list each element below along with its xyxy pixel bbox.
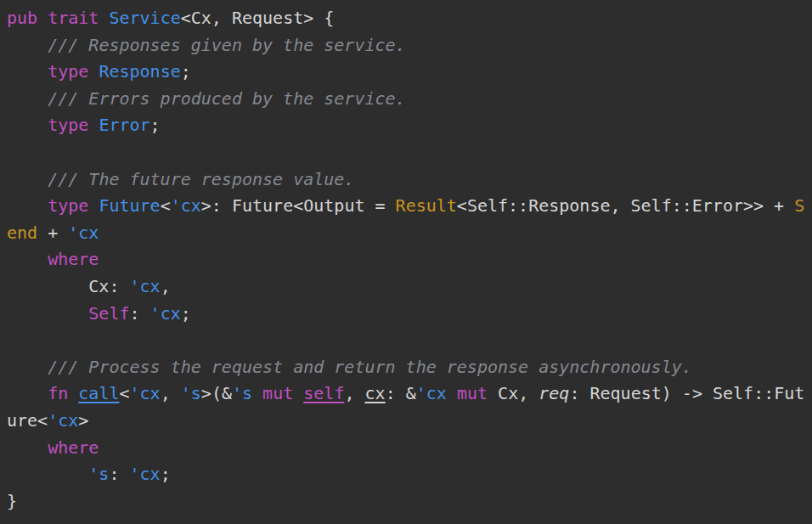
code-token: where: [48, 249, 99, 269]
code-token: ,: [161, 383, 181, 403]
code-token: }: [7, 491, 17, 511]
code-token: [7, 195, 48, 216]
code-token: Result: [396, 195, 457, 216]
code-token: >(&: [201, 383, 232, 403]
code-token: self: [303, 383, 344, 403]
code-token: 's: [88, 464, 109, 484]
code-token: type: [48, 195, 88, 216]
code-line: where: [7, 435, 812, 462]
code-token: Response: [99, 61, 180, 82]
code-token: 'cx: [416, 383, 447, 403]
code-token: [88, 61, 99, 82]
code-token: Self: [88, 303, 129, 324]
code-token: [252, 383, 262, 403]
code-line: Self: 'cx;: [7, 301, 812, 328]
code-line: }: [7, 488, 812, 516]
code-token: /// Process the request and return the r…: [48, 357, 692, 377]
code-token: >: Future<Output =: [201, 195, 396, 216]
code-token: mut: [457, 383, 488, 403]
code-line: ure<'cx>: [7, 408, 812, 435]
code-line: [7, 327, 812, 354]
code-token: /// The future response value.: [48, 169, 354, 189]
code-token: [7, 35, 48, 55]
code-token: /// Responses given by the service.: [48, 35, 405, 55]
code-token: 'cx: [150, 303, 181, 324]
code-token: end: [7, 223, 37, 243]
code-token: type: [48, 61, 88, 82]
code-line: pub trait Service<Cx, Request> {: [7, 5, 812, 32]
code-token: <: [161, 195, 171, 216]
code-token: type: [48, 115, 88, 135]
code-token: [88, 115, 99, 135]
code-token: <: [119, 383, 129, 403]
code-line: where: [7, 246, 812, 273]
code-token: 'cx: [68, 223, 99, 243]
code-token: Service: [109, 8, 180, 28]
code-token: 'cx: [130, 464, 161, 484]
code-token: ;: [181, 303, 191, 324]
code-line: /// Responses given by the service.: [7, 32, 812, 59]
code-token: [37, 8, 48, 28]
code-token: pub: [7, 8, 37, 28]
code-token: 'cx: [171, 195, 201, 216]
code-token: [7, 249, 48, 269]
code-token: Future: [99, 195, 160, 216]
code-token: ;: [181, 61, 191, 82]
code-token: 's: [232, 383, 252, 403]
code-line: type Future<'cx>: Future<Output = Result…: [7, 193, 812, 220]
code-token: [7, 357, 48, 377]
code-token: :: [130, 303, 150, 324]
code-line: /// Errors produced by the service.: [7, 86, 812, 113]
code-token: 'cx: [48, 410, 78, 431]
code-token: req: [539, 383, 569, 403]
code-token: S: [794, 195, 804, 216]
code-token: Error: [99, 115, 149, 135]
code-token: 's: [181, 383, 201, 403]
code-token: [7, 437, 48, 458]
code-token: : &: [386, 383, 416, 403]
code-token: mut: [262, 383, 293, 403]
code-line: end + 'cx: [7, 220, 812, 247]
code-token: ,: [161, 276, 171, 296]
code-line: type Error;: [7, 112, 812, 139]
code-token: >: [78, 410, 88, 431]
code-token: [7, 61, 48, 82]
code-token: [99, 8, 109, 28]
code-token: call: [78, 383, 119, 403]
code-token: Cx,: [488, 383, 539, 403]
code-token: [447, 383, 457, 403]
code-screenshot: { "editor": { "language": "rust", "palet…: [0, 0, 812, 524]
code-token: [293, 383, 303, 403]
code-line: /// Process the request and return the r…: [7, 354, 812, 381]
code-token: :: [109, 464, 129, 484]
code-token: ,: [344, 383, 364, 403]
code-token: 'cx: [130, 276, 161, 296]
code-token: cx: [365, 383, 386, 403]
code-token: fn: [48, 383, 68, 403]
code-token: ure<: [7, 410, 48, 431]
code-token: Cx:: [7, 276, 130, 296]
code-line: [7, 139, 812, 166]
code-token: [7, 383, 48, 403]
code-token: <Cx, Request> {: [181, 8, 335, 28]
code-line: 's: 'cx;: [7, 461, 812, 488]
code-token: +: [37, 223, 68, 243]
code-token: where: [48, 437, 99, 458]
code-token: ;: [150, 115, 161, 135]
code-token: <Self::Response, Self::Error>> +: [457, 195, 794, 216]
code-token: /// Errors produced by the service.: [48, 88, 405, 109]
code-editor: pub trait Service<Cx, Request> { /// Res…: [0, 0, 812, 515]
code-token: [7, 464, 88, 484]
code-token: [7, 303, 88, 324]
code-line: /// The future response value.: [7, 166, 812, 194]
code-token: 'cx: [130, 383, 161, 403]
code-token: ;: [161, 464, 171, 484]
code-token: [7, 88, 48, 109]
code-token: [88, 195, 99, 216]
code-token: [7, 115, 48, 135]
code-line: type Response;: [7, 59, 812, 86]
code-token: [68, 383, 78, 403]
code-token: trait: [48, 8, 99, 28]
code-token: [7, 169, 48, 189]
code-line: fn call<'cx, 's>(&'s mut self, cx: &'cx …: [7, 380, 812, 408]
